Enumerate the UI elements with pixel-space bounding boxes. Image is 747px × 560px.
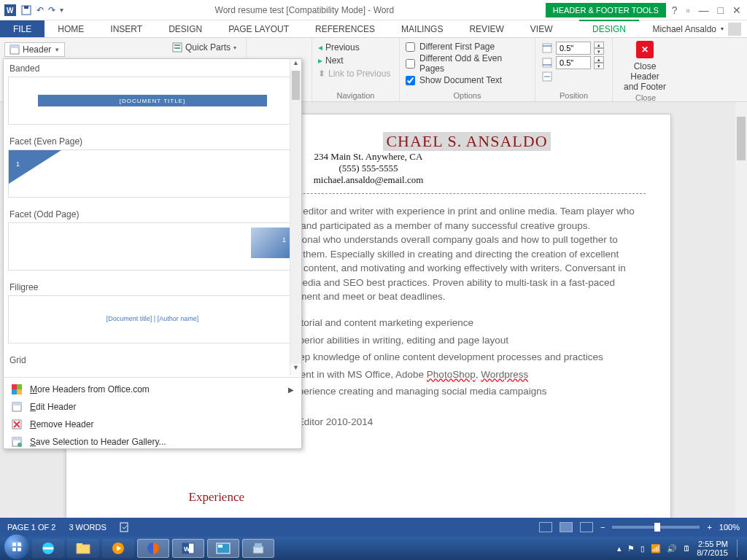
page-indicator[interactable]: PAGE 1 OF 2	[7, 523, 55, 532]
tab-mailings[interactable]: MAILINGS	[388, 20, 456, 37]
minimize-icon[interactable]: —	[699, 4, 709, 16]
different-first-page-checkbox[interactable]: Different First Page	[406, 41, 529, 52]
redo-icon[interactable]: ↷	[48, 5, 55, 15]
maximize-icon[interactable]: □	[718, 4, 724, 16]
footer-bottom-input[interactable]	[556, 56, 591, 69]
svg-rect-17	[12, 389, 17, 394]
footer-from-bottom[interactable]: ▴▾	[541, 55, 606, 70]
footer-bottom-icon	[541, 57, 553, 69]
account-menu[interactable]: Michael Ansaldo ▾	[653, 20, 747, 37]
tab-references[interactable]: REFERENCES	[302, 20, 388, 37]
spin-up-icon[interactable]: ▴	[594, 56, 604, 63]
tab-align-icon[interactable]	[541, 71, 553, 82]
edit-header-menuitem[interactable]: Edit Header	[4, 398, 301, 416]
navigation-group: ◂Previous ▸Next ⬍Link to Previous Naviga…	[312, 38, 400, 101]
tab-home[interactable]: HOME	[44, 20, 97, 37]
gallery-item-banded[interactable]: [DOCUMENT TITLE]	[8, 77, 297, 125]
show-document-text-checkbox[interactable]: Show Document Text	[406, 74, 529, 86]
battery-icon[interactable]: 🗓	[683, 544, 691, 553]
link-icon: ⬍	[318, 69, 325, 79]
gallery-scroll-thumb[interactable]	[292, 71, 300, 100]
quick-parts-button[interactable]: Quick Parts ▾	[172, 41, 240, 54]
header-dropdown-button[interactable]: Header ▼	[4, 42, 65, 57]
tab-file[interactable]: FILE	[0, 20, 44, 37]
zoom-out-button[interactable]: −	[600, 523, 605, 532]
print-layout-icon[interactable]	[560, 522, 573, 532]
tab-insert[interactable]: INSERT	[97, 20, 155, 37]
office-icon	[11, 384, 23, 395]
tab-view[interactable]: VIEW	[517, 20, 566, 37]
skill-item: Superior abilities in writing, editing a…	[271, 333, 646, 348]
tray-up-icon[interactable]: ▴	[617, 544, 622, 553]
header-top-icon	[541, 42, 553, 54]
tab-design[interactable]: DESIGN	[155, 20, 215, 37]
quickparts-icon	[172, 42, 182, 52]
skill-item: Experience creating and managing social …	[271, 384, 646, 399]
header-top-input[interactable]	[556, 42, 591, 55]
zoom-in-button[interactable]: +	[707, 523, 711, 532]
close-group-label: Close	[619, 92, 673, 102]
ribbon-display-icon[interactable]: ▫	[686, 4, 690, 16]
taskbar-explorer[interactable]	[67, 539, 99, 558]
scroll-thumb[interactable]	[737, 117, 746, 160]
close-header-footer-button[interactable]: ✕ Close Headerand Footer	[619, 41, 671, 92]
skill-item: Editorial and content marketing experien…	[271, 316, 646, 330]
window-controls: ? ▫ — □ ✕	[666, 4, 747, 16]
zoom-slider[interactable]	[612, 526, 700, 529]
svg-rect-43	[218, 545, 222, 548]
taskbar-word[interactable]: W	[172, 539, 204, 558]
scroll-up-icon[interactable]: ▲	[290, 59, 301, 71]
vertical-scrollbar[interactable]	[735, 102, 747, 518]
remove-header-menuitem[interactable]: Remove Header	[4, 416, 301, 433]
header-from-top[interactable]: ▴▾	[541, 41, 606, 55]
spin-down-icon[interactable]: ▾	[594, 48, 604, 55]
spin-up-icon[interactable]: ▴	[594, 42, 604, 48]
link-previous-button[interactable]: ⬍Link to Previous	[318, 67, 393, 80]
close-icon[interactable]: ✕	[732, 4, 741, 16]
undo-icon[interactable]: ↶	[36, 5, 44, 15]
flag-icon[interactable]: ⚑	[627, 544, 635, 553]
tab-page-layout[interactable]: PAGE LAYOUT	[215, 20, 302, 37]
title-bar: W ↶ ↷ ▾ Word resume test [Compatibility …	[0, 0, 747, 20]
scroll-down-icon[interactable]: ▼	[290, 364, 301, 376]
tab-context-design[interactable]: DESIGN	[579, 20, 639, 37]
show-desktop[interactable]	[737, 540, 743, 557]
taskbar-app2[interactable]	[242, 539, 274, 558]
status-bar: PAGE 1 OF 2 3 WORDS − + 100%	[0, 518, 747, 537]
different-odd-even-checkbox[interactable]: Different Odd & Even Pages	[406, 52, 529, 74]
read-mode-icon[interactable]	[539, 522, 552, 532]
tab-review[interactable]: REVIEW	[456, 20, 516, 37]
wifi-icon[interactable]: 📶	[651, 544, 661, 553]
clock[interactable]: 2:55 PM 8/7/2015	[697, 540, 731, 557]
gallery-scrollbar[interactable]: ▲ ▼	[290, 59, 301, 376]
start-button[interactable]	[4, 534, 29, 559]
svg-point-26	[18, 443, 22, 447]
save-selection-menuitem[interactable]: Save Selection to Header Gallery...	[4, 433, 301, 451]
more-headers-menuitem[interactable]: More Headers from Office.com ▶	[4, 381, 301, 398]
gallery-item-facet-odd[interactable]: 1	[8, 222, 297, 271]
spin-down-icon[interactable]: ▾	[594, 63, 604, 69]
save-icon[interactable]	[20, 4, 32, 16]
zoom-level[interactable]: 100%	[719, 523, 740, 532]
taskbar-media[interactable]	[102, 539, 134, 558]
position-group-label: Position	[541, 90, 606, 100]
taskbar-ie[interactable]	[32, 539, 64, 558]
gallery-item-filigree[interactable]: [Document title] | [Author name]	[8, 295, 297, 343]
experience-heading: Experience	[91, 490, 244, 505]
gallery-item-facet-even[interactable]: 1	[8, 149, 297, 198]
web-layout-icon[interactable]	[580, 522, 593, 532]
taskbar-app1[interactable]	[207, 539, 239, 558]
word-count[interactable]: 3 WORDS	[69, 523, 106, 532]
help-icon[interactable]: ?	[672, 4, 678, 16]
word-icon: W	[4, 4, 16, 16]
previous-icon: ◂	[318, 42, 322, 52]
taskbar-firefox[interactable]	[137, 539, 169, 558]
next-button[interactable]: ▸Next	[318, 54, 393, 67]
previous-button[interactable]: ◂Previous	[318, 41, 393, 54]
network-icon[interactable]: ▯	[640, 545, 645, 553]
volume-icon[interactable]: 🔊	[667, 544, 677, 553]
svg-rect-11	[543, 58, 551, 67]
contextual-tab-header: HEADER & FOOTER TOOLS	[546, 3, 666, 18]
proofing-icon[interactable]	[120, 522, 131, 532]
svg-rect-8	[174, 47, 180, 49]
